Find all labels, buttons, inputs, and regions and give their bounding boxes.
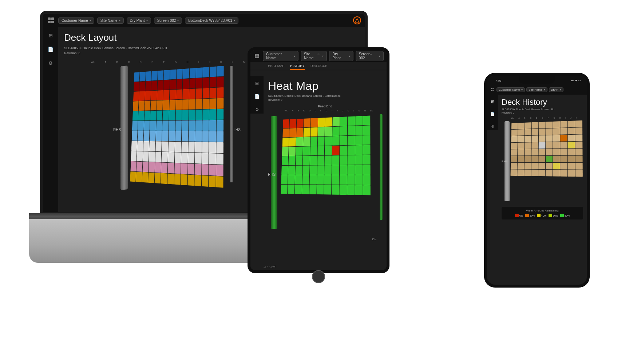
- heat-cell: [281, 185, 288, 194]
- heat-cell: [288, 175, 295, 184]
- deck-cell: [203, 88, 209, 99]
- heat-cell: [296, 147, 303, 156]
- phone-customer-dropdown[interactable]: Customer Name: [496, 87, 525, 92]
- heat-cell: [318, 127, 325, 136]
- customer-name-dropdown[interactable]: Customer Name: [58, 17, 94, 24]
- deck-cell: [174, 174, 181, 185]
- tablet-customer-dropdown[interactable]: Customer Name: [263, 51, 298, 61]
- phone-cell: [546, 122, 553, 128]
- tablet-grid-icon[interactable]: [253, 52, 261, 60]
- phone-row: [511, 149, 583, 156]
- phone-sidebar-doc[interactable]: 📄: [488, 110, 496, 118]
- deck-cell: [163, 80, 170, 90]
- grid-icon[interactable]: [47, 16, 55, 25]
- tab-history[interactable]: HISTORY: [290, 64, 305, 70]
- laptop-sidebar: ⊞ 📄 ⚙: [43, 27, 58, 212]
- tablet-sidebar-icon-settings[interactable]: ⚙: [253, 106, 261, 114]
- phone-cell: [575, 163, 582, 170]
- tablet-sidebar-icon-doc[interactable]: 📄: [253, 92, 261, 100]
- logout-icon[interactable]: ⊣: [272, 265, 276, 269]
- heat-cell: [310, 127, 317, 136]
- deck-cell: [209, 120, 216, 131]
- tab-heat-map[interactable]: HEAT MAP: [268, 64, 284, 70]
- phone-cell: [525, 129, 531, 135]
- deck-cell: [161, 162, 168, 173]
- heat-cell: [347, 175, 355, 185]
- heat-cell: [348, 116, 355, 126]
- deck-cell: [209, 153, 216, 164]
- phone-cell: [567, 170, 575, 177]
- deck-cell: [157, 100, 163, 110]
- phone-cell: [532, 122, 538, 128]
- tab-dialogue[interactable]: DIALOGUE: [310, 64, 328, 70]
- bottom-deck-dropdown[interactable]: BottomDeck W785423.A01: [185, 17, 238, 24]
- deck-cell: [150, 121, 156, 131]
- sidebar-icon-deck[interactable]: ⊞: [47, 31, 55, 39]
- heat-cell: [289, 137, 296, 146]
- screen-dropdown[interactable]: Screen-002: [154, 17, 182, 24]
- phone-sidebar-deck[interactable]: ⊞: [488, 98, 496, 106]
- phone-site-dropdown[interactable]: Site Name: [526, 87, 547, 92]
- phone-cell: [538, 163, 545, 169]
- dry-plant-dropdown[interactable]: Dry Plant: [127, 17, 151, 24]
- sidebar-icon-settings[interactable]: ⚙: [47, 59, 55, 67]
- heat-cell: [325, 117, 332, 127]
- heat-cell: [317, 146, 325, 155]
- sidebar-icon-doc[interactable]: 📄: [47, 45, 55, 53]
- deck-cell: [150, 131, 156, 141]
- deck-cell: [188, 142, 195, 153]
- deck-row: [132, 109, 223, 120]
- deck-cell: [155, 173, 161, 183]
- heat-cell: [363, 135, 371, 145]
- tablet-site-dropdown[interactable]: Site Name: [301, 51, 327, 61]
- phone-cell: [567, 163, 575, 170]
- phone-cell: [531, 170, 538, 176]
- heat-map-title: Heat Map: [268, 79, 382, 93]
- tablet-plant-dropdown[interactable]: Dry Plant: [329, 51, 353, 61]
- phone-cell: [539, 128, 546, 135]
- wear-swatch-3: [549, 214, 552, 217]
- site-name-dropdown[interactable]: Site Name: [97, 17, 124, 24]
- heat-cell: [332, 136, 340, 146]
- deck-cell: [146, 71, 151, 81]
- phone-grid-icon[interactable]: [489, 87, 495, 92]
- heat-cell: [317, 185, 324, 194]
- deck-cell: [134, 82, 139, 91]
- heat-cell: [333, 117, 340, 126]
- heat-cell: [317, 165, 324, 175]
- heat-cell: [289, 128, 296, 137]
- deck-cell: [194, 175, 201, 186]
- phone-cell: [567, 149, 575, 155]
- tablet-sidebar-icon-deck[interactable]: ⊞: [253, 79, 261, 87]
- deck-cell: [136, 162, 142, 172]
- tablet-sidebar: ⊞ 📄 ⚙: [250, 76, 264, 114]
- deck-cell: [209, 176, 216, 187]
- deck-cell: [209, 131, 216, 142]
- tablet-home-button[interactable]: [312, 270, 325, 283]
- phone-cell: [524, 156, 531, 162]
- phone-cell: [517, 156, 524, 162]
- deck-cell: [130, 171, 136, 182]
- heat-cell: [332, 165, 339, 175]
- heat-cell: [355, 165, 363, 175]
- deck-cell: [133, 101, 139, 111]
- discharge-label: Dis: [268, 236, 382, 242]
- phone-cell: [575, 120, 582, 127]
- phone-cell: [560, 163, 567, 169]
- wifi-icon: ◈: [575, 79, 577, 82]
- phone-cell: [524, 163, 531, 169]
- heat-cell: [288, 185, 294, 194]
- heat-cell: [332, 185, 339, 195]
- wear-items: 0% 20% 40%: [505, 214, 579, 217]
- deck-cell: [217, 87, 223, 98]
- wear-swatch-0: [515, 214, 519, 217]
- phone-cell: [525, 136, 531, 142]
- deck-cell: [167, 174, 174, 185]
- phone-cell: [567, 142, 575, 149]
- phone-plant-dropdown[interactable]: Dry P: [549, 87, 563, 92]
- tablet-screen-dropdown[interactable]: Screen-002: [356, 51, 384, 61]
- phone-cell: [531, 163, 538, 169]
- deck-cell: [181, 142, 188, 152]
- deck-cell: [168, 152, 174, 163]
- phone-sidebar-settings[interactable]: ⚙: [488, 122, 496, 130]
